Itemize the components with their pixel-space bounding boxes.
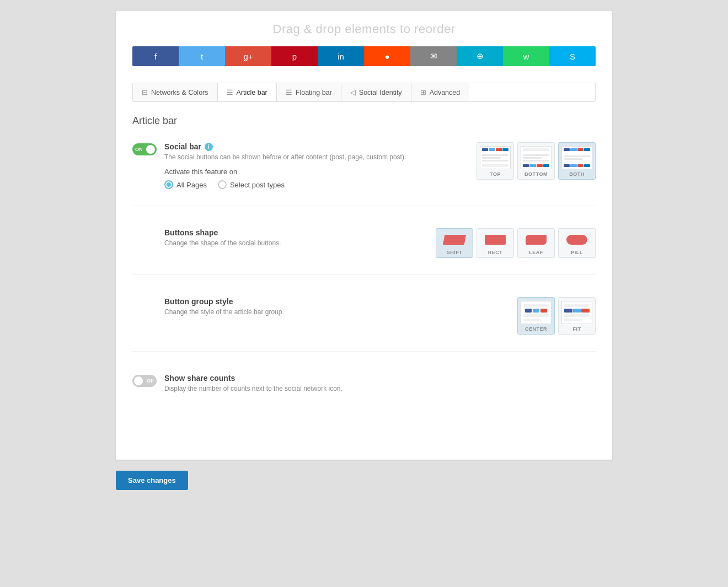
position-options: TOP BOTTOM BOTH	[477, 142, 596, 180]
shape-option-rect[interactable]: RECT	[477, 228, 514, 258]
drag-header: Drag & drop elements to reorder	[132, 22, 596, 36]
tab-label-floating-bar: Floating bar	[296, 89, 332, 96]
social-icons-bar[interactable]: ftg+pin●✉⊕wS	[132, 46, 596, 66]
tab-networks-colors[interactable]: ⊟Networks & Colors	[133, 83, 218, 101]
group-style-option-center[interactable]: CENTER	[517, 297, 555, 335]
social-icon-facebook[interactable]: f	[132, 46, 179, 66]
group-style-option-fit[interactable]: FIT	[558, 297, 596, 335]
tab-floating-bar[interactable]: ☰Floating bar	[277, 83, 341, 101]
social-bar-toggle[interactable]: ON	[132, 143, 157, 155]
tab-icon-social-identity: ◁	[350, 88, 356, 96]
social-bar-title: Social bar	[164, 142, 201, 151]
radio-select-post-types[interactable]: Select post types	[218, 180, 285, 189]
social-icon-skype[interactable]: S	[549, 46, 596, 66]
toggle-on-label: ON	[135, 147, 143, 152]
shape-pill-icon	[566, 235, 587, 245]
group-style-label-center: CENTER	[525, 326, 547, 332]
activate-radio-group: All Pages Select post types	[164, 180, 465, 189]
shape-options: SHIFTRECTLEAFPILL	[436, 228, 596, 258]
tab-advanced[interactable]: ⊞Advanced	[411, 83, 469, 101]
tab-label-networks-colors: Networks & Colors	[151, 89, 208, 96]
shape-rect-icon	[485, 235, 506, 245]
social-bar-desc: The social buttons can be shown before o…	[164, 153, 465, 161]
buttons-shape-desc: Change the shape of the social buttons.	[164, 239, 425, 247]
button-group-style-desc: Change the style of the article bar grou…	[164, 308, 506, 316]
tab-article-bar[interactable]: ☰Article bar	[218, 83, 277, 101]
radio-label-select-post-types: Select post types	[230, 181, 285, 189]
save-btn-area: Save changes	[116, 460, 612, 490]
buttons-shape-row: Buttons shape Change the shape of the so…	[132, 228, 596, 275]
position-label-both: BOTH	[569, 171, 585, 177]
shape-label-leaf: LEAF	[529, 250, 543, 255]
shape-leaf-icon	[526, 235, 547, 245]
position-option-bottom[interactable]: BOTTOM	[517, 142, 555, 180]
share-counts-desc: Display the number of counts next to the…	[164, 385, 596, 392]
tab-social-identity[interactable]: ◁Social Identity	[341, 83, 411, 101]
buttons-shape-title: Buttons shape	[164, 228, 425, 237]
position-option-both[interactable]: BOTH	[558, 142, 596, 180]
radio-label-all-pages: All Pages	[176, 181, 207, 189]
group-style-label-fit: FIT	[573, 326, 581, 332]
tab-label-advanced: Advanced	[430, 89, 461, 96]
tab-icon-article-bar: ☰	[227, 88, 233, 96]
social-bar-row: ON Social bar i The social buttons can b…	[132, 142, 596, 206]
shape-shift-icon	[443, 235, 466, 245]
social-icon-google-plus[interactable]: g+	[225, 46, 271, 66]
position-label-top: TOP	[490, 171, 501, 177]
group-style-options: CENTER FIT	[517, 297, 596, 335]
social-icon-email[interactable]: ✉	[410, 46, 457, 66]
activate-label: Activate this feature on	[164, 168, 465, 176]
shape-label-rect: RECT	[488, 250, 503, 255]
show-share-counts-row: Off Show share counts Display the number…	[132, 374, 596, 416]
tab-icon-networks-colors: ⊟	[142, 88, 148, 96]
social-icon-linkedin[interactable]: in	[318, 46, 364, 66]
toggle-off-label: Off	[147, 378, 154, 384]
save-button[interactable]: Save changes	[116, 471, 188, 490]
button-group-style-title: Button group style	[164, 297, 506, 306]
radio-circle-select-post-types	[218, 180, 227, 189]
social-bar-info-icon[interactable]: i	[205, 143, 213, 151]
position-option-top[interactable]: TOP	[477, 142, 514, 180]
social-icon-print[interactable]: ⊕	[457, 46, 503, 66]
social-icon-pinterest[interactable]: p	[271, 46, 318, 66]
shape-option-pill[interactable]: PILL	[558, 228, 596, 258]
tab-icon-floating-bar: ☰	[286, 88, 292, 96]
share-counts-title: Show share counts	[164, 374, 596, 383]
shape-label-pill: PILL	[571, 250, 583, 255]
social-icon-twitter[interactable]: t	[179, 46, 225, 66]
tabs-bar: ⊟Networks & Colors☰Article bar☰Floating …	[132, 83, 596, 102]
social-icon-whatsapp[interactable]: w	[503, 46, 549, 66]
page-title: Article bar	[132, 115, 596, 127]
tab-label-article-bar: Article bar	[237, 89, 267, 96]
shape-label-shift: SHIFT	[447, 250, 463, 255]
tab-icon-advanced: ⊞	[420, 88, 426, 96]
position-label-bottom: BOTTOM	[524, 171, 548, 177]
radio-all-pages[interactable]: All Pages	[164, 180, 207, 189]
radio-circle-all-pages	[164, 180, 173, 189]
tab-label-social-identity: Social Identity	[359, 89, 402, 96]
shape-option-shift[interactable]: SHIFT	[436, 228, 473, 258]
social-icon-reddit[interactable]: ●	[364, 46, 410, 66]
shape-option-leaf[interactable]: LEAF	[517, 228, 555, 258]
share-counts-toggle[interactable]: Off	[132, 375, 157, 387]
button-group-style-row: Button group style Change the style of t…	[132, 297, 596, 352]
